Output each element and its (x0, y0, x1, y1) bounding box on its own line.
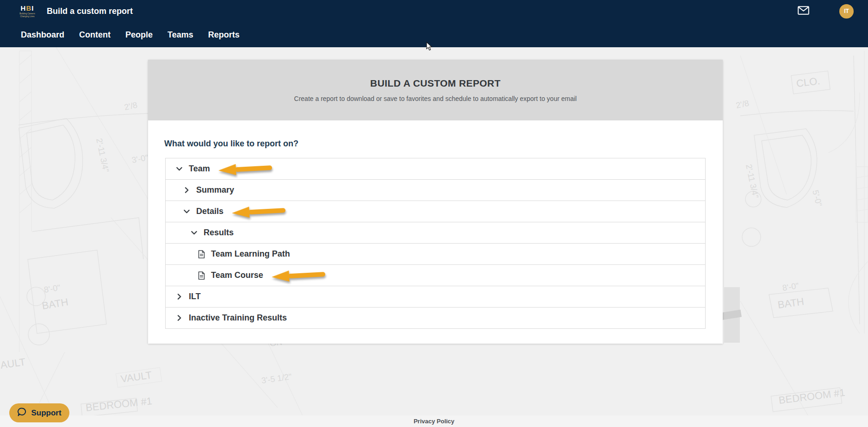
tree-item-summary[interactable]: Summary (166, 180, 705, 201)
blueprint-label: 3'-5 1/2" (261, 372, 292, 385)
hero-subtitle: Create a report to download or save to f… (294, 95, 577, 102)
user-avatar[interactable]: IT (839, 4, 854, 19)
blueprint-label: AULT (0, 356, 26, 371)
nav-item-reports[interactable]: Reports (208, 30, 240, 40)
chat-bubble-icon (17, 407, 27, 419)
envelope-icon (798, 6, 809, 17)
report-builder-card: BUILD A CUSTOM REPORT Create a report to… (148, 60, 723, 344)
tree-item-team[interactable]: Team (166, 158, 705, 180)
blueprint-label: 2'/8 (735, 98, 750, 110)
tree-item-team-course[interactable]: Team Course (166, 265, 705, 286)
tree-item-label: Results (204, 228, 234, 238)
nav-item-dashboard[interactable]: Dashboard (21, 30, 64, 40)
tree-item-results[interactable]: Results (166, 222, 705, 244)
blueprint-label: VAULT (120, 369, 152, 385)
card-hero: BUILD A CUSTOM REPORT Create a report to… (148, 60, 723, 120)
blueprint-label: CLO. (796, 75, 821, 89)
report-question: What would you like to report on? (164, 139, 723, 149)
mail-button[interactable] (798, 6, 810, 16)
chevron-down-icon (190, 229, 198, 237)
chevron-right-icon (182, 186, 191, 195)
support-button-label: Support (31, 408, 61, 418)
tree-item-label: Team Learning Path (211, 249, 290, 259)
blueprint-label: 8'-0" (43, 283, 61, 295)
header-top-row: HBI Building Careers Changing Lives Buil… (0, 0, 868, 22)
tree-item-label: Details (196, 207, 223, 216)
annotation-arrow-icon (230, 203, 287, 220)
blueprint-label: 2'-11 3/4" (94, 138, 111, 173)
hbi-logo-text: HBI (21, 5, 34, 12)
tree-item-label: ILT (189, 292, 201, 301)
blueprint-label: 3'-0" (131, 153, 149, 165)
annotation-arrow-icon (270, 267, 327, 283)
tree-item-details[interactable]: Details (166, 201, 705, 222)
annotation-arrow-icon (217, 160, 274, 177)
footer-bar: Privacy Policy (0, 415, 868, 427)
tree-item-inactive-training-results[interactable]: Inactive Training Results (166, 308, 705, 328)
chevron-down-icon (175, 165, 183, 173)
app-header: HBI Building Careers Changing Lives Buil… (0, 0, 868, 47)
report-tree: Team Summary Details (165, 158, 706, 329)
tree-item-label: Inactive Training Results (189, 313, 287, 323)
hero-title: BUILD A CUSTOM REPORT (370, 78, 501, 89)
blueprint-label: BEDROOM #1 (778, 387, 846, 406)
blueprint-label: BATH (777, 295, 805, 311)
tree-item-label: Summary (196, 185, 234, 195)
hbi-logo-tagline: Building Careers Changing Lives (18, 13, 37, 18)
hbi-logo[interactable]: HBI Building Careers Changing Lives (18, 5, 37, 18)
main-nav: Dashboard Content People Teams Reports (0, 22, 868, 47)
blueprint-label: 8'-0" (781, 281, 800, 293)
chevron-right-icon (175, 314, 183, 322)
chevron-down-icon (182, 207, 191, 216)
document-icon (197, 250, 205, 258)
tree-item-team-learning-path[interactable]: Team Learning Path (166, 244, 705, 265)
header-actions: IT (798, 4, 854, 19)
support-button[interactable]: Support (9, 403, 69, 422)
tree-item-ilt[interactable]: ILT (166, 286, 705, 308)
nav-item-teams[interactable]: Teams (167, 30, 193, 40)
page-title: Build a custom report (47, 6, 133, 16)
blueprint-label: BEDROOM #1 (85, 395, 153, 414)
blueprint-label: 2'-11 3/4" (744, 163, 760, 199)
nav-item-people[interactable]: People (125, 30, 153, 40)
chevron-right-icon (175, 293, 183, 301)
privacy-policy-link[interactable]: Privacy Policy (414, 418, 454, 425)
blueprint-label: 2'/8 (124, 100, 138, 112)
tree-item-label: Team Course (211, 270, 263, 280)
blueprint-label: 5'-0" (811, 189, 824, 207)
nav-item-content[interactable]: Content (79, 30, 111, 40)
document-icon (197, 271, 205, 280)
tree-item-label: Team (189, 164, 210, 174)
